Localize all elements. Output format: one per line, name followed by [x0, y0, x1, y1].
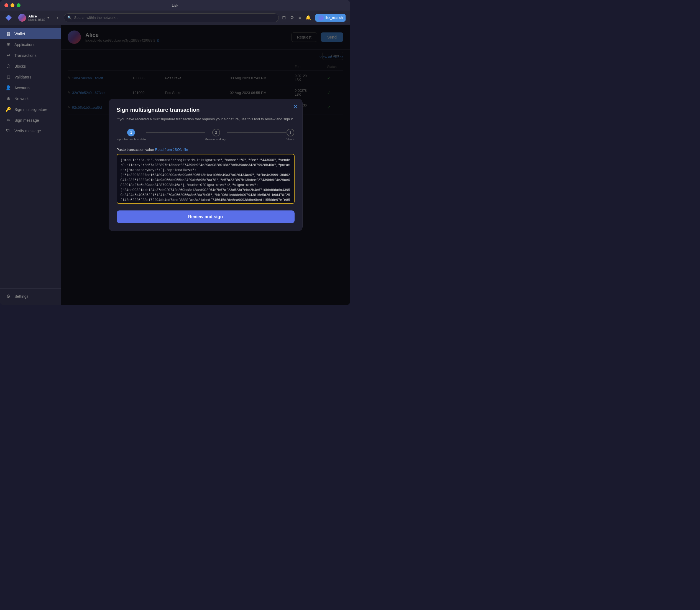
step-3: 3 Share: [286, 129, 294, 141]
chevron-down-icon: ▾: [47, 16, 49, 20]
sidebar-item-label: Verify message: [14, 129, 41, 133]
settings-icon[interactable]: ⚙: [290, 15, 294, 20]
verify-message-icon: 🛡: [5, 128, 11, 133]
topbar: Alice lskxsd...b33t9 ▾ ‹ 🔍 Search within…: [0, 11, 350, 25]
sidebar-item-label: Wallet: [14, 32, 25, 36]
wallet-icon: ▦: [5, 31, 11, 36]
content-area: Alice lskxsddtvbc7ze98bqbawaq3ydj2f83874…: [61, 25, 350, 305]
transactions-icon: ↩: [5, 53, 11, 58]
topbar-actions: ⊡ ⚙ ≡ 🔔 lisk_mainch: [282, 14, 346, 22]
search-placeholder: Search within the network...: [74, 16, 118, 20]
sign-multisig-modal: ✕ Sign multisignature transaction If you…: [109, 99, 303, 231]
review-and-sign-button[interactable]: Review and sign: [117, 210, 295, 223]
modal-description: If you have received a multisignature tr…: [117, 116, 295, 122]
copy-icon[interactable]: ⊡: [282, 15, 286, 20]
sidebar-item-verify-message[interactable]: 🛡 Verify message: [0, 126, 61, 136]
search-bar[interactable]: 🔍 Search within the network...: [64, 13, 279, 22]
sidebar-item-label: Blocks: [14, 64, 26, 68]
sidebar-item-label: Applications: [14, 43, 35, 47]
sidebar-item-settings[interactable]: ⚙ Settings: [0, 291, 61, 302]
sidebar-item-applications[interactable]: ⊞ Applications: [0, 39, 61, 50]
step-line-1: [146, 132, 205, 132]
step-circle-1: 1: [127, 129, 135, 137]
account-selector[interactable]: Alice lskxsd...b33t9 ▾: [16, 13, 51, 23]
accounts-icon: 👤: [5, 85, 11, 91]
sidebar-item-label: Sign multisignature: [14, 107, 47, 112]
account-name: Alice: [28, 14, 45, 18]
fullscreen-traffic-light[interactable]: [17, 3, 20, 7]
avatar: [18, 14, 26, 22]
blocks-icon: ⬡: [5, 64, 11, 69]
step-label-2: Review and sign: [205, 138, 227, 141]
sidebar-item-transactions[interactable]: ↩ Transactions: [0, 50, 61, 61]
sidebar-item-label: Sign message: [14, 118, 39, 123]
menu-icon[interactable]: ≡: [298, 15, 301, 20]
traffic-lights: [4, 3, 20, 7]
network-account-button[interactable]: lisk_mainch: [315, 14, 346, 22]
network-icon: ⊕: [5, 96, 11, 101]
sidebar-item-accounts[interactable]: 👤 Accounts: [0, 82, 61, 93]
sign-multisig-icon: 🔑: [5, 107, 11, 112]
step-1: 1 Input transaction data: [117, 129, 146, 141]
account-info: Alice lskxsd...b33t9: [28, 14, 45, 21]
sidebar-item-label: Accounts: [14, 86, 31, 90]
sidebar-item-label: Validators: [14, 75, 31, 79]
network-avatar: [318, 15, 324, 20]
notification-icon[interactable]: 🔔: [305, 15, 311, 20]
sign-message-icon: ✏: [5, 117, 11, 123]
lisk-logo-icon: [5, 15, 12, 21]
step-circle-2: 2: [212, 129, 220, 137]
sidebar-item-label: Network: [14, 96, 29, 101]
steps-indicator: 1 Input transaction data 2 Review and si…: [117, 129, 295, 141]
step-label-1: Input transaction data: [117, 138, 146, 141]
validators-icon: ⊟: [5, 74, 11, 80]
sidebar-item-wallet[interactable]: ▦ Wallet: [0, 28, 61, 39]
sidebar: ▦ Wallet ⊞ Applications ↩ Transactions ⬡…: [0, 25, 61, 305]
sidebar-item-label: Transactions: [14, 53, 37, 58]
modal-overlay: ✕ Sign multisignature transaction If you…: [61, 25, 350, 305]
sidebar-item-network[interactable]: ⊕ Network: [0, 93, 61, 104]
sidebar-item-blocks[interactable]: ⬡ Blocks: [0, 61, 61, 71]
modal-title: Sign multisignature transaction: [117, 107, 295, 113]
modal-close-button[interactable]: ✕: [293, 103, 298, 110]
step-2: 2 Review and sign: [205, 129, 227, 141]
sidebar-item-sign-multisignature[interactable]: 🔑 Sign multisignature: [0, 104, 61, 115]
minimize-traffic-light[interactable]: [11, 3, 14, 7]
applications-icon: ⊞: [5, 42, 11, 47]
sidebar-item-label: Settings: [14, 294, 29, 299]
network-label: lisk_mainch: [325, 16, 343, 20]
app-logo: [4, 14, 13, 22]
sidebar-item-sign-message[interactable]: ✏ Sign message: [0, 115, 61, 126]
tx-input-label: Paste transaction value Read from JSON f…: [117, 147, 295, 152]
close-traffic-light[interactable]: [4, 3, 8, 7]
transaction-value-input[interactable]: [117, 154, 295, 204]
step-line-2: [227, 132, 286, 132]
window-chrome: Lisk: [0, 0, 350, 11]
window-title: Lisk: [172, 3, 178, 7]
back-button[interactable]: ‹: [55, 14, 61, 21]
step-label-3: Share: [286, 138, 294, 141]
step-circle-3: 3: [286, 129, 294, 137]
search-icon: 🔍: [67, 16, 72, 20]
main-layout: ▦ Wallet ⊞ Applications ↩ Transactions ⬡…: [0, 25, 350, 305]
sidebar-item-validators[interactable]: ⊟ Validators: [0, 71, 61, 82]
read-json-link[interactable]: Read from JSON file: [155, 147, 188, 152]
settings-gear-icon: ⚙: [5, 294, 11, 299]
account-address: lskxsd...b33t9: [28, 18, 45, 21]
